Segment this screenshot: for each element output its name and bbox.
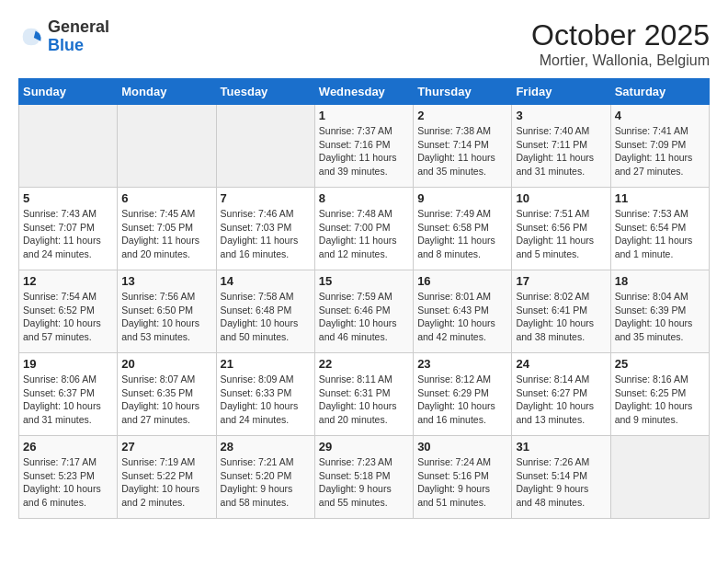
calendar-cell: 28Sunrise: 7:21 AMSunset: 5:20 PMDayligh… xyxy=(216,436,314,519)
calendar-week-row: 5Sunrise: 7:43 AMSunset: 7:07 PMDaylight… xyxy=(19,188,710,270)
day-number: 13 xyxy=(121,274,211,288)
calendar-cell: 24Sunrise: 8:14 AMSunset: 6:27 PMDayligh… xyxy=(512,353,610,436)
day-number: 10 xyxy=(516,191,606,205)
calendar-cell: 23Sunrise: 8:12 AMSunset: 6:29 PMDayligh… xyxy=(414,353,512,436)
day-header-monday: Monday xyxy=(118,79,216,105)
day-info: Sunrise: 8:02 AMSunset: 6:41 PMDaylight:… xyxy=(516,290,606,344)
day-number: 7 xyxy=(221,191,311,205)
day-info: Sunrise: 8:06 AMSunset: 6:37 PMDaylight:… xyxy=(23,373,113,427)
day-number: 6 xyxy=(121,191,211,205)
day-number: 27 xyxy=(121,440,211,454)
calendar-cell: 13Sunrise: 7:56 AMSunset: 6:50 PMDayligh… xyxy=(118,270,216,353)
month-title: October 2025 xyxy=(531,18,710,52)
day-number: 22 xyxy=(319,357,409,371)
day-info: Sunrise: 7:46 AMSunset: 7:03 PMDaylight:… xyxy=(221,207,311,261)
calendar-table: SundayMondayTuesdayWednesdayThursdayFrid… xyxy=(18,78,710,519)
day-number: 23 xyxy=(417,357,507,371)
day-number: 30 xyxy=(417,440,507,454)
day-header-tuesday: Tuesday xyxy=(216,79,314,105)
day-info: Sunrise: 8:09 AMSunset: 6:33 PMDaylight:… xyxy=(221,373,311,427)
day-info: Sunrise: 7:37 AMSunset: 7:16 PMDaylight:… xyxy=(319,124,409,178)
calendar-cell: 9Sunrise: 7:49 AMSunset: 6:58 PMDaylight… xyxy=(414,188,512,270)
day-number: 3 xyxy=(516,109,606,122)
page-header: General Blue October 2025 Mortier, Wallo… xyxy=(18,18,710,69)
day-info: Sunrise: 7:56 AMSunset: 6:50 PMDaylight:… xyxy=(121,290,211,344)
calendar-cell: 25Sunrise: 8:16 AMSunset: 6:25 PMDayligh… xyxy=(610,353,709,436)
day-info: Sunrise: 7:38 AMSunset: 7:14 PMDaylight:… xyxy=(417,124,507,178)
calendar-cell: 15Sunrise: 7:59 AMSunset: 6:46 PMDayligh… xyxy=(314,270,413,353)
day-number: 28 xyxy=(221,440,311,454)
logo: General Blue xyxy=(18,18,109,55)
day-number: 24 xyxy=(516,357,606,371)
calendar-cell: 4Sunrise: 7:41 AMSunset: 7:09 PMDaylight… xyxy=(610,105,709,188)
calendar-week-row: 12Sunrise: 7:54 AMSunset: 6:52 PMDayligh… xyxy=(19,270,710,353)
calendar-cell: 12Sunrise: 7:54 AMSunset: 6:52 PMDayligh… xyxy=(19,270,118,353)
day-number: 12 xyxy=(23,274,113,288)
day-info: Sunrise: 7:59 AMSunset: 6:46 PMDaylight:… xyxy=(319,290,409,344)
day-number: 29 xyxy=(319,440,409,454)
day-number: 5 xyxy=(23,191,113,205)
day-info: Sunrise: 7:49 AMSunset: 6:58 PMDaylight:… xyxy=(417,207,507,261)
day-info: Sunrise: 7:54 AMSunset: 6:52 PMDaylight:… xyxy=(23,290,113,344)
calendar-cell: 1Sunrise: 7:37 AMSunset: 7:16 PMDaylight… xyxy=(314,105,413,188)
calendar-cell: 22Sunrise: 8:11 AMSunset: 6:31 PMDayligh… xyxy=(314,353,413,436)
calendar-cell xyxy=(610,436,709,519)
logo-general: General xyxy=(48,18,109,37)
day-number: 8 xyxy=(319,191,409,205)
logo-blue: Blue xyxy=(48,37,109,55)
day-info: Sunrise: 7:23 AMSunset: 5:18 PMDaylight:… xyxy=(319,455,409,510)
day-number: 20 xyxy=(121,357,211,371)
day-info: Sunrise: 7:45 AMSunset: 7:05 PMDaylight:… xyxy=(121,207,211,261)
day-number: 11 xyxy=(615,191,705,205)
calendar-cell: 20Sunrise: 8:07 AMSunset: 6:35 PMDayligh… xyxy=(118,353,216,436)
day-info: Sunrise: 7:26 AMSunset: 5:14 PMDaylight:… xyxy=(516,455,606,510)
title-block: October 2025 Mortier, Wallonia, Belgium xyxy=(531,18,710,69)
calendar-week-row: 26Sunrise: 7:17 AMSunset: 5:23 PMDayligh… xyxy=(19,436,710,519)
location-subtitle: Mortier, Wallonia, Belgium xyxy=(531,52,710,69)
day-info: Sunrise: 7:58 AMSunset: 6:48 PMDaylight:… xyxy=(221,290,311,344)
calendar-cell: 30Sunrise: 7:24 AMSunset: 5:16 PMDayligh… xyxy=(414,436,512,519)
day-info: Sunrise: 7:19 AMSunset: 5:22 PMDaylight:… xyxy=(121,455,211,510)
calendar-cell: 3Sunrise: 7:40 AMSunset: 7:11 PMDaylight… xyxy=(512,105,610,188)
day-info: Sunrise: 7:41 AMSunset: 7:09 PMDaylight:… xyxy=(615,124,705,178)
day-number: 18 xyxy=(615,274,705,288)
day-number: 2 xyxy=(417,109,507,122)
calendar-cell: 27Sunrise: 7:19 AMSunset: 5:22 PMDayligh… xyxy=(118,436,216,519)
day-header-friday: Friday xyxy=(512,79,610,105)
calendar-cell: 2Sunrise: 7:38 AMSunset: 7:14 PMDaylight… xyxy=(414,105,512,188)
day-header-thursday: Thursday xyxy=(414,79,512,105)
day-info: Sunrise: 7:51 AMSunset: 6:56 PMDaylight:… xyxy=(516,207,606,261)
calendar-cell: 7Sunrise: 7:46 AMSunset: 7:03 PMDaylight… xyxy=(216,188,314,270)
calendar-week-row: 19Sunrise: 8:06 AMSunset: 6:37 PMDayligh… xyxy=(19,353,710,436)
day-info: Sunrise: 8:14 AMSunset: 6:27 PMDaylight:… xyxy=(516,373,606,427)
calendar-week-row: 1Sunrise: 7:37 AMSunset: 7:16 PMDaylight… xyxy=(19,105,710,188)
calendar-cell: 11Sunrise: 7:53 AMSunset: 6:54 PMDayligh… xyxy=(610,188,709,270)
calendar-header-row: SundayMondayTuesdayWednesdayThursdayFrid… xyxy=(19,79,710,105)
day-info: Sunrise: 8:12 AMSunset: 6:29 PMDaylight:… xyxy=(417,373,507,427)
calendar-cell: 31Sunrise: 7:26 AMSunset: 5:14 PMDayligh… xyxy=(512,436,610,519)
day-info: Sunrise: 8:16 AMSunset: 6:25 PMDaylight:… xyxy=(615,373,705,427)
day-number: 1 xyxy=(319,109,409,122)
calendar-cell: 26Sunrise: 7:17 AMSunset: 5:23 PMDayligh… xyxy=(19,436,118,519)
day-header-saturday: Saturday xyxy=(610,79,709,105)
calendar-cell xyxy=(216,105,314,188)
calendar-cell xyxy=(19,105,118,188)
calendar-cell: 10Sunrise: 7:51 AMSunset: 6:56 PMDayligh… xyxy=(512,188,610,270)
calendar-cell: 6Sunrise: 7:45 AMSunset: 7:05 PMDaylight… xyxy=(118,188,216,270)
calendar-cell: 19Sunrise: 8:06 AMSunset: 6:37 PMDayligh… xyxy=(19,353,118,436)
day-info: Sunrise: 7:21 AMSunset: 5:20 PMDaylight:… xyxy=(221,455,311,510)
calendar-cell xyxy=(118,105,216,188)
day-number: 21 xyxy=(221,357,311,371)
day-info: Sunrise: 8:07 AMSunset: 6:35 PMDaylight:… xyxy=(121,373,211,427)
day-number: 26 xyxy=(23,440,113,454)
day-number: 19 xyxy=(23,357,113,371)
day-number: 14 xyxy=(221,274,311,288)
day-number: 31 xyxy=(516,440,606,454)
day-header-sunday: Sunday xyxy=(19,79,118,105)
day-header-wednesday: Wednesday xyxy=(314,79,413,105)
calendar-cell: 17Sunrise: 8:02 AMSunset: 6:41 PMDayligh… xyxy=(512,270,610,353)
logo-icon xyxy=(18,24,44,50)
day-number: 4 xyxy=(615,109,705,122)
day-number: 16 xyxy=(417,274,507,288)
day-info: Sunrise: 7:17 AMSunset: 5:23 PMDaylight:… xyxy=(23,455,113,510)
